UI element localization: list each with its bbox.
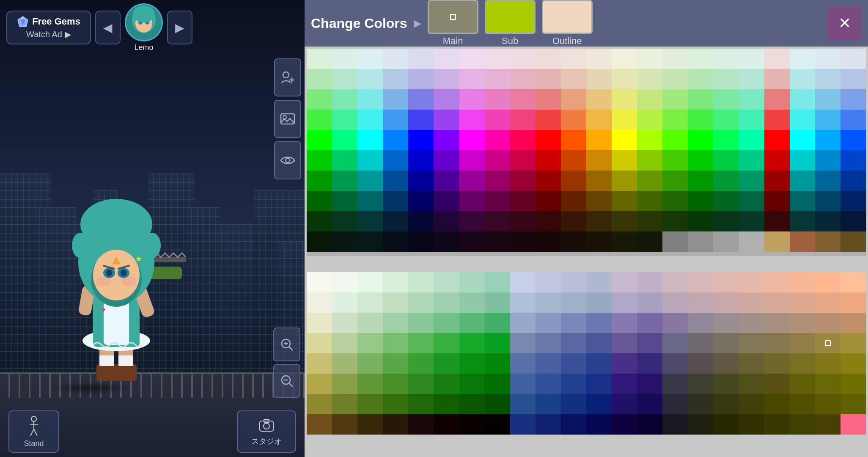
- color-cell[interactable]: [713, 231, 739, 252]
- color-cell[interactable]: [841, 272, 866, 292]
- color-cell[interactable]: [561, 292, 586, 313]
- sub-color-swatch[interactable]: [485, 0, 536, 34]
- color-cell[interactable]: [307, 272, 332, 292]
- color-cell[interactable]: [561, 374, 586, 394]
- color-cell[interactable]: [485, 374, 510, 394]
- color-cell[interactable]: [612, 211, 637, 231]
- color-cell[interactable]: [408, 272, 434, 292]
- color-cell[interactable]: [688, 231, 713, 252]
- color-cell[interactable]: [561, 150, 586, 171]
- color-cell[interactable]: [713, 374, 739, 394]
- color-cell[interactable]: [485, 110, 510, 130]
- color-cell[interactable]: [841, 414, 866, 435]
- free-gems-button[interactable]: Free Gems Watch Ad ▶: [6, 11, 91, 44]
- color-cell[interactable]: [713, 333, 739, 353]
- color-cell[interactable]: [408, 333, 434, 353]
- color-cell[interactable]: [357, 374, 383, 394]
- zoom-out-button[interactable]: [273, 364, 300, 398]
- color-cell[interactable]: [408, 69, 434, 89]
- color-cell[interactable]: [637, 374, 662, 394]
- color-cell[interactable]: [536, 272, 561, 292]
- color-cell[interactable]: [357, 353, 383, 374]
- color-cell[interactable]: [307, 414, 332, 435]
- color-cell[interactable]: [561, 211, 586, 231]
- color-cell[interactable]: [383, 130, 408, 150]
- color-cell[interactable]: [561, 414, 586, 435]
- color-cell[interactable]: [612, 292, 637, 313]
- color-cell[interactable]: [536, 394, 561, 414]
- color-cell[interactable]: [459, 414, 485, 435]
- color-cell[interactable]: [536, 89, 561, 110]
- color-cell[interactable]: [459, 231, 485, 252]
- color-cell[interactable]: [790, 292, 815, 313]
- color-cell[interactable]: [662, 374, 688, 394]
- color-cell[interactable]: [815, 130, 841, 150]
- color-cell[interactable]: [739, 292, 764, 313]
- color-cell[interactable]: [612, 313, 637, 333]
- color-cell[interactable]: [586, 414, 612, 435]
- color-cell[interactable]: [510, 49, 536, 69]
- color-cell[interactable]: [713, 353, 739, 374]
- color-cell[interactable]: [815, 333, 841, 353]
- color-cell[interactable]: [815, 191, 841, 211]
- color-cell[interactable]: [790, 191, 815, 211]
- color-cell[interactable]: [307, 89, 332, 110]
- color-cell[interactable]: [561, 110, 586, 130]
- color-cell[interactable]: [510, 414, 536, 435]
- color-cell[interactable]: [357, 211, 383, 231]
- color-cell[interactable]: [586, 292, 612, 313]
- color-cell[interactable]: [383, 292, 408, 313]
- color-cell[interactable]: [510, 353, 536, 374]
- color-cell[interactable]: [764, 272, 790, 292]
- color-cell[interactable]: [434, 110, 459, 130]
- color-cell[interactable]: [790, 272, 815, 292]
- color-cell[interactable]: [510, 374, 536, 394]
- color-cell[interactable]: [510, 333, 536, 353]
- color-cell[interactable]: [688, 110, 713, 130]
- color-cell[interactable]: [815, 211, 841, 231]
- color-cell[interactable]: [357, 414, 383, 435]
- color-cell[interactable]: [662, 150, 688, 171]
- color-cell[interactable]: [561, 272, 586, 292]
- color-cell[interactable]: [764, 333, 790, 353]
- color-cell[interactable]: [536, 171, 561, 191]
- color-cell[interactable]: [357, 292, 383, 313]
- color-cell[interactable]: [485, 292, 510, 313]
- color-cell[interactable]: [434, 211, 459, 231]
- color-cell[interactable]: [688, 374, 713, 394]
- color-cell[interactable]: [510, 272, 536, 292]
- color-cell[interactable]: [790, 69, 815, 89]
- color-cell[interactable]: [357, 333, 383, 353]
- color-cell[interactable]: [485, 171, 510, 191]
- color-cell[interactable]: [459, 110, 485, 130]
- color-cell[interactable]: [790, 353, 815, 374]
- color-cell[interactable]: [307, 49, 332, 69]
- color-cell[interactable]: [561, 89, 586, 110]
- color-cell[interactable]: [662, 292, 688, 313]
- color-cell[interactable]: [612, 171, 637, 191]
- color-cell[interactable]: [459, 150, 485, 171]
- color-cell[interactable]: [637, 89, 662, 110]
- color-cell[interactable]: [662, 49, 688, 69]
- color-cell[interactable]: [485, 414, 510, 435]
- color-cell[interactable]: [764, 374, 790, 394]
- color-cell[interactable]: [713, 313, 739, 333]
- color-cell[interactable]: [408, 49, 434, 69]
- color-cell[interactable]: [841, 130, 866, 150]
- color-cell[interactable]: [662, 211, 688, 231]
- color-cell[interactable]: [485, 231, 510, 252]
- color-cell[interactable]: [815, 292, 841, 313]
- color-cell[interactable]: [561, 130, 586, 150]
- color-cell[interactable]: [332, 374, 357, 394]
- color-cell[interactable]: [485, 49, 510, 69]
- color-cell[interactable]: [790, 130, 815, 150]
- color-cell[interactable]: [332, 353, 357, 374]
- color-cell[interactable]: [510, 110, 536, 130]
- color-cell[interactable]: [434, 272, 459, 292]
- color-cell[interactable]: [612, 374, 637, 394]
- color-cell[interactable]: [764, 150, 790, 171]
- color-cell[interactable]: [764, 171, 790, 191]
- color-cell[interactable]: [764, 69, 790, 89]
- color-cell[interactable]: [662, 69, 688, 89]
- color-cell[interactable]: [510, 69, 536, 89]
